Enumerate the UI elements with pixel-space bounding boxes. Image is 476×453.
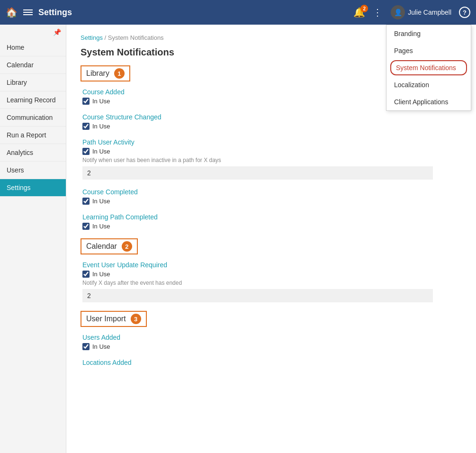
menu-icon[interactable] [23,9,33,15]
dropdown-item-system-notifications[interactable]: System Notifications [390,60,467,75]
notification-checkbox-learning-path-completed: In Use [82,223,462,230]
user-menu[interactable]: 👤 Julie Campbell [391,5,451,19]
inuse-users-added: In Use [92,343,110,350]
notification-course-structure-changed: Course Structure Changed In Use [81,113,462,130]
checkbox-learning-path-completed[interactable] [82,223,90,230]
inuse-learning-path-completed: In Use [92,223,110,230]
checkbox-course-added[interactable] [82,98,90,105]
avatar: 👤 [391,5,405,19]
section-badge-calendar: 2 [122,241,132,252]
notification-name-course-completed: Course Completed [82,188,462,196]
inuse-course-structure-changed: In Use [92,123,110,130]
sidebar-item-calendar[interactable]: Calendar [0,56,66,74]
sidebar-item-run-a-report[interactable]: Run a Report [0,127,66,144]
sidebar-nav: Home Calendar Library Learning Record Co… [0,39,66,197]
sidebar-item-learning-record[interactable]: Learning Record [0,91,66,109]
section-badge-user-import: 3 [131,314,141,324]
notification-bell[interactable]: 🔔 2 [353,7,365,18]
hint-event-user-update-required: Notify X days after the event has ended [82,280,462,286]
dropdown-item-client-applications[interactable]: Client Applications [386,93,471,110]
input-path-user-activity[interactable] [82,166,433,180]
section-header-library: Library 1 [81,65,130,82]
checkbox-course-completed[interactable] [82,198,90,205]
notification-checkbox-course-structure-changed: In Use [82,123,462,130]
notification-course-completed: Course Completed In Use [81,188,462,205]
sidebar-item-communication[interactable]: Communication [0,109,66,127]
inuse-path-user-activity: In Use [92,148,110,155]
notification-name-event-user-update-required: Event User Update Required [82,261,462,269]
sidebar: 📌 Home Calendar Library Learning Record … [0,25,66,453]
sidebar-item-users[interactable]: Users [0,162,66,179]
dropdown-item-branding[interactable]: Branding [386,25,471,42]
sidebar-item-settings[interactable]: Settings [0,179,66,197]
app-header: 🏠 Settings 🔔 2 ⋮ 👤 Julie Campbell ? [0,0,476,25]
breadcrumb-separator: / [105,34,108,41]
notification-locations-added: Locations Added [81,359,462,366]
checkbox-users-added[interactable] [82,343,90,350]
app-title: Settings [38,8,72,18]
checkbox-event-user-update-required[interactable] [82,271,90,278]
dropdown-item-pages[interactable]: Pages [386,42,471,59]
username-label: Julie Campbell [408,9,451,16]
notification-path-user-activity: Path User Activity In Use Notify when us… [81,138,462,180]
inuse-event-user-update-required: In Use [92,271,110,278]
notification-event-user-update-required: Event User Update Required In Use Notify… [81,261,462,302]
notification-learning-path-completed: Learning Path Completed In Use [81,213,462,230]
checkbox-path-user-activity[interactable] [82,148,90,155]
inuse-course-added: In Use [92,98,110,105]
breadcrumb-current: System Notifications [108,34,164,41]
section-badge-library: 1 [114,68,125,79]
notification-name-course-structure-changed: Course Structure Changed [82,113,462,121]
section-title-library: Library [86,69,109,78]
header-left: 🏠 Settings [6,7,72,18]
dropdown-menu: Branding Pages System Notifications Loca… [386,25,471,111]
notification-name-learning-path-completed: Learning Path Completed [82,213,462,221]
section-title-user-import: User Import [86,315,126,323]
help-button[interactable]: ? [459,7,470,18]
checkbox-course-structure-changed[interactable] [82,123,90,130]
input-event-user-update-required[interactable] [82,289,433,302]
breadcrumb-parent[interactable]: Settings [81,34,103,41]
notification-checkbox-users-added: In Use [82,343,462,350]
home-icon[interactable]: 🏠 [6,7,18,18]
notification-checkbox-event-user-update-required: In Use [82,271,462,278]
sidebar-item-home[interactable]: Home [0,39,66,56]
section-header-calendar: Calendar 2 [81,238,138,254]
header-right: 🔔 2 ⋮ 👤 Julie Campbell ? [353,5,470,19]
notification-users-added: Users Added In Use [81,334,462,350]
pin-icon: 📌 [53,28,61,36]
notification-name-users-added: Users Added [82,334,462,341]
inuse-course-completed: In Use [92,198,110,205]
hint-path-user-activity: Notify when user has been inactive in a … [82,157,462,163]
notification-name-locations-added: Locations Added [82,359,462,366]
section-header-user-import: User Import 3 [81,311,147,327]
sidebar-item-library[interactable]: Library [0,74,66,91]
bell-badge: 2 [360,5,368,12]
notification-checkbox-path-user-activity: In Use [82,148,462,155]
section-title-calendar: Calendar [86,242,117,251]
dropdown-item-localization[interactable]: Localization [386,76,471,93]
sidebar-item-analytics[interactable]: Analytics [0,144,66,162]
notification-checkbox-course-completed: In Use [82,198,462,205]
more-options-icon[interactable]: ⋮ [373,7,383,18]
notification-name-path-user-activity: Path User Activity [82,138,462,146]
